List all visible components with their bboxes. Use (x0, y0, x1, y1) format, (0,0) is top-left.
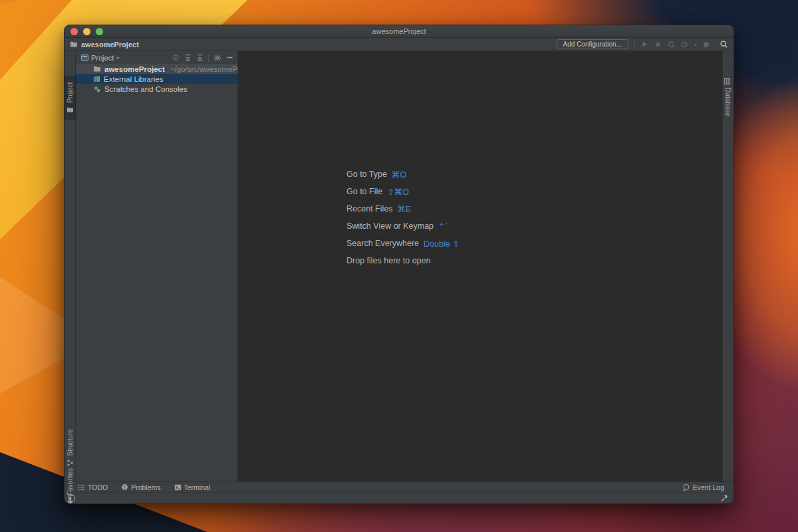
stripe-label-database: Database (724, 88, 732, 116)
project-view-selector[interactable]: Project (91, 54, 114, 62)
stripe-button-problems[interactable]: Problems (121, 483, 160, 491)
chevron-down-icon: ▾ (116, 55, 119, 61)
add-configuration-button[interactable]: Add Configuration... (557, 39, 628, 49)
stripe-button-database[interactable]: Database (724, 78, 732, 116)
hint-row: Switch View or Keymap ⌃` (346, 217, 460, 235)
stripe-label-favorites: Favorites (66, 468, 74, 495)
debug-icon[interactable] (654, 41, 662, 48)
status-bar (65, 492, 733, 503)
hint-row: Recent Files ⌘E (346, 200, 460, 217)
window-title: awesomeProject (65, 27, 733, 35)
stripe-button-project[interactable]: Project (64, 75, 76, 120)
scratches-icon (93, 85, 101, 93)
hint-label: Recent Files (346, 204, 392, 213)
stripe-button-structure[interactable]: Structure (66, 429, 74, 466)
tree-row[interactable]: External Libraries (76, 74, 237, 84)
tree-row[interactable]: Scratches and Consoles (76, 84, 237, 94)
titlebar[interactable]: awesomeProject (65, 25, 733, 38)
project-folder-icon (66, 106, 74, 113)
project-panel: Project ▾ (76, 51, 238, 481)
project-view-icon (81, 55, 88, 61)
stripe-button-terminal[interactable]: Terminal (174, 483, 211, 491)
stripe-button-favorites[interactable]: Favorites (66, 468, 74, 504)
project-tree: awesomeProject ~/go/src/awesomeProject E… (76, 64, 237, 94)
ide-window: awesomeProject awesomeProject Add Config… (64, 25, 734, 504)
hint-keys: Double ⇧ (424, 239, 460, 249)
locate-icon[interactable] (172, 54, 180, 61)
hide-panel-icon[interactable] (226, 54, 233, 61)
stripe-button-todo[interactable]: TODO (78, 483, 108, 491)
external-libraries-icon (93, 75, 100, 82)
wrench-icon[interactable] (720, 494, 728, 502)
hint-keys: ⌘E (397, 204, 411, 214)
left-tool-stripe: Project Structure Favorites (65, 51, 76, 481)
stop-icon[interactable] (703, 41, 710, 48)
shortcut-hints: Go to Type ⌘O Go to File ⇧⌘O Recent File… (346, 166, 460, 269)
breadcrumb-label: awesomeProject (81, 41, 139, 49)
panel-header-separator (208, 54, 209, 62)
tree-row[interactable]: awesomeProject ~/go/src/awesomeProject (76, 64, 237, 74)
gear-icon[interactable] (213, 54, 221, 62)
project-panel-header: Project ▾ (76, 51, 237, 64)
run-icon[interactable] (641, 41, 648, 48)
hint-row: Drop files here to open (346, 252, 460, 269)
folder-icon (70, 41, 78, 48)
folder-icon (93, 65, 101, 72)
editor-area: Go to Type ⌘O Go to File ⇧⌘O Recent File… (238, 51, 722, 481)
tree-item-name: awesomeProject (104, 65, 165, 73)
hint-keys: ⌃` (438, 221, 448, 231)
terminal-label: Terminal (184, 483, 211, 491)
database-icon (724, 78, 731, 84)
hint-label: Go to Type (346, 170, 387, 179)
bottom-tool-stripe: TODO Problems Terminal Event Log (65, 481, 733, 492)
problems-icon (121, 483, 128, 491)
stripe-label-structure: Structure (66, 429, 74, 456)
tree-item-name: Scratches and Consoles (104, 85, 188, 93)
hint-row: Go to Type ⌘O (346, 166, 460, 183)
search-icon[interactable] (720, 40, 728, 49)
structure-icon (66, 460, 73, 466)
event-log-icon (682, 483, 690, 491)
hint-label: Go to File (346, 187, 382, 196)
stripe-label-project: Project (66, 82, 74, 102)
collapse-all-icon[interactable] (196, 54, 203, 61)
terminal-icon (174, 484, 182, 491)
main-toolbar: awesomeProject Add Configuration... ▾ (65, 38, 733, 51)
hint-keys: ⇧⌘O (387, 187, 409, 197)
stripe-button-event-log[interactable]: Event Log (682, 483, 724, 491)
expand-all-icon[interactable] (184, 54, 192, 61)
event-log-label: Event Log (693, 483, 724, 491)
main-area: Project Structure Favorites Pro (65, 51, 733, 481)
todo-label: TODO (88, 483, 108, 491)
tree-item-name: External Libraries (104, 75, 163, 83)
toolbar-separator (634, 41, 635, 49)
breadcrumb[interactable]: awesomeProject (70, 41, 139, 49)
coverage-icon[interactable] (668, 41, 675, 48)
right-tool-stripe: Database (722, 51, 733, 481)
hint-row: Go to File ⇧⌘O (346, 183, 460, 200)
profiler-icon[interactable] (681, 41, 688, 48)
hint-label: Switch View or Keymap (346, 221, 434, 231)
problems-label: Problems (131, 483, 160, 491)
hint-keys: ⌘O (392, 170, 406, 180)
star-icon (66, 499, 73, 504)
hint-label: Search Everywhere (346, 239, 419, 248)
todo-icon (78, 484, 85, 491)
hint-row: Search Everywhere Double ⇧ (346, 235, 460, 252)
hint-label: Drop files here to open (346, 256, 430, 265)
chevron-down-icon[interactable]: ▾ (694, 42, 697, 48)
